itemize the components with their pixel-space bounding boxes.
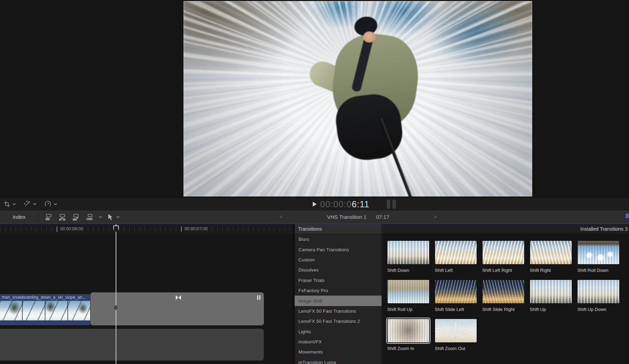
transition-thumbnail[interactable] [530, 240, 572, 265]
sidebar-category-camera-pan-transitions[interactable]: Camera Pan Transitions [295, 244, 382, 254]
ruler-label: 00:00:06:00 [60, 226, 83, 231]
pause-bars-icon [257, 295, 260, 300]
sidebar-category-custom[interactable]: Custom [295, 255, 382, 265]
sidebar-header: Transitions [295, 224, 382, 234]
timeline[interactable]: 00:00:06:00 00:00:07:00 man_snowboarding… [0, 224, 293, 364]
retime-gauge-icon [44, 200, 52, 208]
chevron-left-icon[interactable]: < [280, 214, 283, 220]
sidebar-category-dissolves[interactable]: Dissolves [295, 265, 382, 275]
crop-icon [3, 201, 10, 208]
transition-thumbnail[interactable] [387, 319, 429, 343]
enhance-tool-button[interactable] [23, 200, 36, 208]
transition-tile-shift-right[interactable]: Shift Right [530, 240, 572, 273]
major-tick [181, 226, 182, 232]
transition-thumbnail[interactable] [530, 280, 572, 304]
transition-label: Shift Slide Left [435, 307, 477, 312]
transition-label: Shift Slide Right [482, 307, 525, 312]
sidebar-category-lenofx-50-fast-transitions-2[interactable]: LenoFX 50 Fast Transitions 2 [295, 316, 382, 326]
transition-tile-shift-roll-down[interactable]: Shift Roll Down [577, 240, 620, 273]
transport-bar: 00:00:06:11 [0, 197, 629, 210]
chevron-down-icon [54, 203, 57, 205]
transition-label: Shift Roll Down [577, 268, 620, 273]
transition-thumbnail[interactable] [577, 240, 620, 265]
crop-tool-button[interactable] [3, 201, 16, 208]
audio-meters[interactable] [387, 200, 396, 209]
sidebar-category-lenofx-50-fast-transitions[interactable]: LenoFX 50 Fast Transitions [295, 306, 382, 316]
accent-chip[interactable] [626, 214, 629, 218]
playhead-line[interactable] [116, 224, 116, 364]
transition-thumbnail[interactable] [435, 240, 477, 265]
transition-thumbnail[interactable] [387, 240, 429, 265]
transition-label: Shift Down [387, 268, 429, 273]
transition-tile-shift-roll-up[interactable]: Shift Roll Up [387, 280, 429, 312]
transition-thumbnail[interactable] [482, 240, 525, 265]
transition-label: Shift Right [530, 268, 572, 273]
video-clip[interactable]: man_snowboarding_down_a_ski_slope_an... [0, 294, 90, 325]
timecode-display[interactable]: 00:00:06:11 [320, 199, 369, 209]
connect-clip-icon[interactable] [44, 213, 53, 221]
transition-label: Shift Zoom Out [435, 346, 477, 351]
transitions-browser: Installed Transitions 3 Shift DownShift … [382, 224, 629, 364]
installed-transitions-header: Installed Transitions 3 [382, 224, 629, 234]
transition-thumbnail[interactable] [482, 280, 525, 304]
timeline-toolbar: Index < VHS Transition 1 [0, 210, 629, 223]
ruler-ticks [0, 227, 293, 231]
secondary-storyline[interactable] [0, 329, 264, 361]
sidebar-category-motionvfx[interactable]: motionVFX [295, 337, 382, 347]
sidebar-category-blurs[interactable]: Blurs [295, 234, 382, 244]
chevron-down-icon[interactable] [116, 216, 120, 218]
sidebar-category-lights[interactable]: Lights [295, 327, 382, 337]
transition-tile-shift-down[interactable]: Shift Down [387, 240, 429, 273]
append-clip-icon[interactable] [72, 213, 80, 221]
transition-tile-shift-slide-left[interactable]: Shift Slide Left [435, 280, 477, 312]
video-vignette [183, 1, 532, 196]
transition-label: Shift Up Down [577, 307, 620, 312]
audio-meter-right [392, 200, 396, 209]
chevron-down-icon [33, 203, 36, 205]
sidebar-category-fxfactory-pro[interactable]: FxFactory Pro [295, 285, 382, 296]
retime-tool-button[interactable] [44, 200, 57, 208]
transition-thumbnail[interactable] [577, 280, 620, 304]
transition-tile-shift-left-right[interactable]: Shift Left Right [482, 240, 525, 273]
transition-tile-shift-zoom-out[interactable]: Shift Zoom Out [435, 319, 477, 351]
transition-thumbnail[interactable] [387, 280, 429, 304]
transition-label: Shift Roll Up [387, 307, 429, 312]
clip-name-label: man_snowboarding_down_a_ski_slope_an... [0, 294, 90, 301]
transition-tile-shift-slide-right[interactable]: Shift Slide Right [482, 280, 525, 312]
transition-tile-shift-left[interactable]: Shift Left [435, 240, 477, 273]
video-preview [183, 1, 532, 196]
transitions-category-list: BlursCamera Pan TransitionsCustomDissolv… [295, 234, 382, 364]
browse-item-duration: 07:17 [376, 214, 390, 220]
insert-clip-icon[interactable] [58, 213, 66, 221]
audio-meter-left [387, 200, 390, 209]
ruler-label: 00:00:07:00 [185, 226, 208, 231]
play-icon[interactable] [313, 202, 317, 207]
transitions-grid: Shift DownShift LeftShift Left RightShif… [387, 240, 620, 351]
transition-tile-shift-up-down[interactable]: Shift Up Down [577, 280, 620, 312]
transition-tile-shift-up[interactable]: Shift Up [530, 280, 572, 312]
sidebar-category-mtransition-luma[interactable]: mTransition Luma [295, 357, 382, 364]
transition-tile-shift-zoom-in[interactable]: Shift Zoom In [387, 319, 429, 351]
transition-label: Shift Left [435, 268, 477, 273]
transition-thumbnail[interactable] [435, 280, 477, 304]
transition-label: Shift Up [530, 307, 572, 312]
sidebar-category-fraser-trials[interactable]: Fraser Trials [295, 275, 382, 285]
enhance-wand-icon [23, 200, 31, 208]
index-button[interactable]: Index [0, 210, 38, 223]
final-cut-pro-window: 00:00:06:11 Index [0, 0, 629, 364]
overwrite-clip-icon[interactable] [85, 213, 94, 221]
transition-bowtie-icon [176, 295, 181, 300]
transition-midpoint-handle[interactable] [113, 305, 118, 310]
sidebar-category-movements[interactable]: Movements [295, 347, 382, 357]
chevron-down-icon[interactable] [99, 216, 102, 218]
chevron-down-icon [13, 203, 16, 205]
viewer-area [0, 0, 629, 197]
select-arrow-icon[interactable] [107, 213, 114, 221]
chevron-right-icon[interactable]: > [434, 214, 437, 220]
major-tick [57, 226, 57, 232]
browse-item-title: VHS Transition 1 [327, 214, 367, 220]
timeline-ruler[interactable]: 00:00:06:00 00:00:07:00 [0, 224, 293, 234]
sidebar-category-image-shift[interactable]: Image Shift [295, 296, 382, 306]
transition-thumbnail[interactable] [435, 319, 477, 343]
transition-label: Shift Left Right [482, 268, 525, 273]
